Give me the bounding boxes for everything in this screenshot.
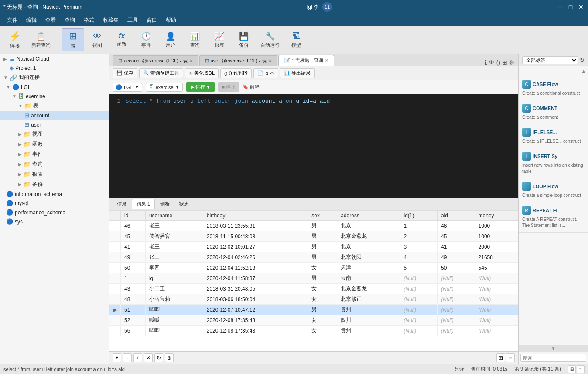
minimize-button[interactable]: ─ <box>557 3 564 10</box>
menu-favorites[interactable]: 收藏夹 <box>99 15 122 25</box>
table-row[interactable]: 1lgl2020-12-04 11:58:37男云南(Null)(Null)(N… <box>109 273 518 284</box>
col-id1[interactable]: id(1) <box>400 211 438 221</box>
sidebar-item-user-table[interactable]: ⊞ user <box>0 120 109 129</box>
sidebar-item-mysql[interactable]: 🔵 mysql <box>0 199 109 208</box>
toolbar-backup[interactable]: 💾 备份 <box>232 30 255 50</box>
table-row[interactable]: 50李四2020-12-04 11:52:13女天津550545 <box>109 263 518 273</box>
remove-row-button[interactable]: - <box>123 353 132 362</box>
confirm-button[interactable]: ✓ <box>133 353 142 362</box>
result-tab-result1[interactable]: 结果 1 <box>132 199 155 209</box>
toolbar-user[interactable]: 👤 用户 <box>159 30 182 50</box>
right-panel-scroll-area[interactable]: C CASE Flow Create a conditional constru… <box>519 76 588 345</box>
add-row-button[interactable]: + <box>113 353 121 362</box>
col-username[interactable]: username <box>145 211 203 221</box>
toolbar-connect[interactable]: ⚡ 连接 <box>3 29 26 51</box>
toolbar-view[interactable]: 👁 视图 <box>86 30 109 50</box>
beautify-sql-button[interactable]: ≋ 美化 SQL <box>185 68 219 78</box>
sidebar-item-reports-folder[interactable]: ▶ 📁 报表 <box>0 169 109 179</box>
sidebar-item-performance-schema[interactable]: 🔵 performance_schema <box>0 208 109 217</box>
code-block-button[interactable]: () () 代码段 <box>220 68 252 78</box>
menu-window[interactable]: 窗口 <box>143 15 161 25</box>
menu-edit[interactable]: 编辑 <box>23 15 40 25</box>
tab-query[interactable]: 📝 * 无标题 - 查询 ✕ <box>278 55 334 66</box>
data-table-wrapper[interactable]: id username birthday sex address id(1) a… <box>109 210 518 351</box>
table-row[interactable]: ▶51唧唧2020-12-07 10:47:12男贵州(Null)(Null)(… <box>109 305 518 315</box>
table-row[interactable]: 48小马宝莉2018-03-06 18:50:04女北京修正(Null)(Nul… <box>109 294 518 305</box>
table-row[interactable]: 45传智播客2018-11-15 00:48:08男北京金燕龙2451000 <box>109 231 518 242</box>
table-row[interactable]: 49张三2020-12-04 02:46:26男北京朝阳44921658 <box>109 252 518 263</box>
toolbar-new-query[interactable]: 📋 新建查询 <box>28 30 54 50</box>
toolbar-report[interactable]: 📈 报表 <box>208 30 231 50</box>
search-input[interactable] <box>520 354 586 362</box>
tab-account[interactable]: ⊞ account @exercise (LGL) - 表 ✕ <box>113 55 198 66</box>
toolbar-query[interactable]: 📊 查询 <box>184 30 206 50</box>
account-tab-close[interactable]: ✕ <box>189 58 193 63</box>
save-button[interactable]: 💾 保存 <box>113 68 137 78</box>
menu-view[interactable]: 查看 <box>42 15 59 25</box>
sql-content[interactable]: select * from user u left outer join acc… <box>126 98 515 194</box>
export-button[interactable]: 📊 导出结果 <box>280 68 315 78</box>
flow-item-repeat[interactable]: R REPEAT Fl Create A REPEAT construct. T… <box>519 202 588 233</box>
toolbar-function[interactable]: fx 函数 <box>110 31 133 49</box>
brackets-icon[interactable]: () <box>496 59 500 66</box>
explain-button[interactable]: 🔖 解释 <box>243 84 260 90</box>
run-button[interactable]: ▶ 运行 ▼ <box>186 82 215 92</box>
scroll-up-icon[interactable]: ▲ <box>581 68 586 74</box>
sidebar-item-tables-folder[interactable]: ▼ 📁 表 <box>0 101 109 111</box>
query-create-tool-button[interactable]: 🔍 查询创建工具 <box>139 68 183 78</box>
menu-tools[interactable]: 工具 <box>124 15 141 25</box>
sidebar-item-backup-folder[interactable]: ▶ 📁 备份 <box>0 179 109 189</box>
col-id[interactable]: id <box>121 211 146 221</box>
database-selector[interactable]: 🗄 exercise ▼ <box>146 83 183 92</box>
status-grid-button[interactable]: ⊞ <box>568 365 576 373</box>
sidebar-item-account-table[interactable]: ⊞ account <box>0 111 109 120</box>
scroll-down-icon[interactable]: ▼ <box>551 346 556 351</box>
settings-icon[interactable]: ⚙ <box>509 59 515 66</box>
sidebar-item-lgl[interactable]: ▼ 🔵 LGL <box>0 82 109 92</box>
sidebar-item-events-folder[interactable]: ▶ 📁 事件 <box>0 149 109 159</box>
maximize-button[interactable]: □ <box>567 3 574 10</box>
col-birthday[interactable]: birthday <box>203 211 308 221</box>
sql-editor[interactable]: 1 select * from user u left outer join a… <box>109 94 518 198</box>
sidebar-item-my-connection[interactable]: ▼ 🔗 我的连接 <box>0 72 109 82</box>
toolbar-table[interactable]: ⊞ 表 <box>62 28 84 51</box>
grid-view-button[interactable]: ⊞ <box>496 353 505 362</box>
table-row[interactable]: 52呱呱2020-12-08 17:35:43女四川(Null)(Null)(N… <box>109 315 518 326</box>
table-row[interactable]: 41老王2020-12-02 10:01:27男北京3412000 <box>109 242 518 252</box>
col-sex[interactable]: sex <box>308 211 337 221</box>
table-row[interactable]: 56唧唧2020-12-08 17:35:43女贵州(Null)(Null)(N… <box>109 326 518 336</box>
cancel-edit-button[interactable]: ✕ <box>144 353 153 362</box>
info-icon[interactable]: ℹ <box>485 59 487 66</box>
result-tab-analysis[interactable]: 剖析 <box>156 199 174 209</box>
user-tab-close[interactable]: ✕ <box>268 58 272 63</box>
tag-selector[interactable]: 全部标签 <box>522 56 578 64</box>
text-button[interactable]: 📄 文本 <box>253 68 278 78</box>
refresh-button[interactable]: ↻ <box>154 353 163 362</box>
sidebar-item-information-schema[interactable]: 🔵 information_schema <box>0 189 109 199</box>
sidebar-item-exercise[interactable]: ▼ 🗄 exercise <box>0 92 109 101</box>
right-panel-refresh-icon[interactable]: ↻ <box>580 57 585 63</box>
menu-format[interactable]: 格式 <box>80 15 98 25</box>
stop-button[interactable]: ■ 停止 <box>218 82 239 92</box>
col-aid[interactable]: aid <box>438 211 475 221</box>
close-button[interactable]: ✕ <box>578 3 585 10</box>
grid-icon[interactable]: ⊞ <box>502 59 507 66</box>
sidebar-item-queries-folder[interactable]: ▶ 📁 查询 <box>0 159 109 169</box>
toolbar-event[interactable]: 🕐 事件 <box>135 30 157 50</box>
eye-icon[interactable]: 👁 <box>489 59 495 66</box>
flow-item-if-else[interactable]: I IF...ELSE... Create a IF...ELSE... con… <box>519 124 588 148</box>
flow-item-comment[interactable]: C COMMENT Create a comment <box>519 100 588 124</box>
sidebar-item-views-folder[interactable]: ▶ 📁 视图 <box>0 129 109 139</box>
result-tab-info[interactable]: 信息 <box>113 199 131 209</box>
flow-item-loop[interactable]: L LOOP Flow Create a simple loop constru… <box>519 178 588 202</box>
flow-item-case[interactable]: C CASE Flow Create a conditional constru… <box>519 76 588 100</box>
extra-button[interactable]: ⊕ <box>165 353 174 362</box>
table-row[interactable]: 46老王2018-03-11 23:55:31男北京1461000 <box>109 221 518 231</box>
tab-user[interactable]: ⊞ user @exercise (LGL) - 表 ✕ <box>199 55 278 66</box>
form-view-button[interactable]: ≡ <box>506 353 515 362</box>
result-tab-status[interactable]: 状态 <box>175 199 193 209</box>
table-row[interactable]: 43小二王2018-03-31 20:48:05女北京金燕龙(Null)(Nul… <box>109 284 518 294</box>
sidebar-item-functions-folder[interactable]: ▶ 📁 函数 <box>0 139 109 149</box>
menu-help[interactable]: 帮助 <box>162 15 180 25</box>
sidebar-item-project1[interactable]: ◆ Project 1 <box>0 64 109 72</box>
